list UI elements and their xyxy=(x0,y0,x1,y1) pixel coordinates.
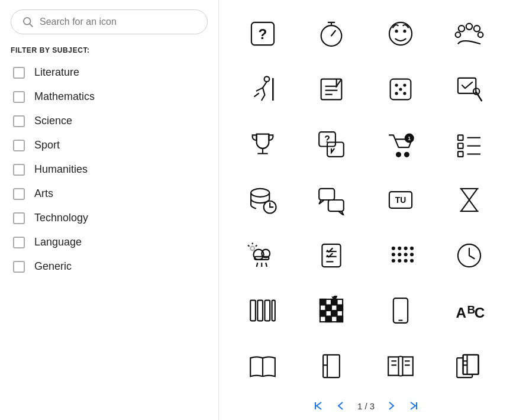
icon-weather-cloud[interactable] xyxy=(228,235,297,276)
icon-abc-text[interactable]: A B C xyxy=(435,290,504,331)
pagination-first[interactable] xyxy=(309,399,328,413)
svg-text:?: ? xyxy=(259,26,267,42)
icon-notebook-copy[interactable] xyxy=(435,346,504,386)
svg-rect-85 xyxy=(337,305,343,311)
icon-checklist[interactable] xyxy=(297,235,366,276)
svg-rect-60 xyxy=(322,244,341,267)
icon-chat-question[interactable]: ? xyxy=(297,124,366,164)
svg-text:TU: TU xyxy=(395,195,405,205)
checkbox-science[interactable] xyxy=(13,115,25,127)
checkbox-technology[interactable] xyxy=(13,212,25,224)
svg-point-70 xyxy=(404,253,407,256)
svg-point-6 xyxy=(395,30,398,33)
svg-rect-87 xyxy=(331,311,337,316)
label-generic[interactable]: Generic xyxy=(34,260,72,273)
svg-point-8 xyxy=(459,25,464,31)
icon-chat-bubbles[interactable] xyxy=(297,180,366,220)
icon-timer[interactable] xyxy=(297,14,366,54)
filter-item-humanities[interactable]: Humanities xyxy=(11,157,208,182)
icon-interactive-board[interactable] xyxy=(435,69,504,109)
svg-point-0 xyxy=(24,18,31,25)
icon-chess-board[interactable] xyxy=(297,290,366,331)
checkbox-generic[interactable] xyxy=(13,261,25,273)
filter-item-language[interactable]: Language xyxy=(11,230,208,254)
svg-point-10 xyxy=(474,25,480,31)
icon-tablet-portrait[interactable] xyxy=(366,290,435,331)
svg-rect-79 xyxy=(265,301,270,321)
filter-item-arts[interactable]: Arts xyxy=(11,182,208,206)
right-panel: ? xyxy=(219,0,513,420)
icon-cart-notification[interactable]: 1 xyxy=(366,124,435,164)
icon-trophy[interactable] xyxy=(228,124,297,164)
icon-sticky-note[interactable] xyxy=(297,69,366,109)
svg-point-72 xyxy=(391,259,395,262)
icon-open-book-pages[interactable] xyxy=(366,346,435,386)
checkbox-arts[interactable] xyxy=(13,188,25,200)
label-literature[interactable]: Literature xyxy=(34,66,79,79)
label-arts[interactable]: Arts xyxy=(34,188,53,200)
svg-rect-45 xyxy=(328,200,344,211)
icon-hourglass[interactable] xyxy=(435,180,504,220)
svg-line-55 xyxy=(266,263,267,267)
pagination-prev[interactable] xyxy=(331,399,350,413)
filter-item-mathematics[interactable]: Mathematics xyxy=(11,85,208,109)
svg-point-5 xyxy=(389,22,412,45)
icon-text-field[interactable]: TU xyxy=(366,180,435,220)
svg-point-64 xyxy=(391,247,395,250)
filter-label: FILTER BY SUBJECT: xyxy=(11,46,208,54)
icon-columns[interactable] xyxy=(228,290,297,331)
filter-list: Literature Mathematics Science Sport Hum… xyxy=(11,60,208,279)
svg-point-68 xyxy=(391,253,395,256)
search-bar xyxy=(11,9,208,34)
checkbox-sport[interactable] xyxy=(13,140,25,151)
icon-person-face[interactable] xyxy=(366,14,435,54)
svg-point-20 xyxy=(395,83,398,86)
checkbox-humanities[interactable] xyxy=(13,164,25,176)
label-sport[interactable]: Sport xyxy=(34,139,60,151)
svg-point-74 xyxy=(404,259,407,262)
search-icon xyxy=(22,16,34,28)
icon-group-meeting[interactable] xyxy=(435,14,504,54)
svg-rect-88 xyxy=(326,316,332,322)
svg-point-22 xyxy=(395,92,398,95)
icon-book-closed[interactable] xyxy=(297,346,366,386)
filter-item-literature[interactable]: Literature xyxy=(11,60,208,85)
svg-rect-44 xyxy=(320,189,335,200)
checkbox-literature[interactable] xyxy=(13,67,25,79)
icon-database-clock[interactable] xyxy=(228,180,297,220)
icon-dots-grid[interactable] xyxy=(366,235,435,276)
label-technology[interactable]: Technology xyxy=(34,212,88,224)
svg-text:1: 1 xyxy=(408,135,411,141)
svg-point-24 xyxy=(399,88,402,91)
pagination-last[interactable] xyxy=(404,399,423,413)
svg-point-13 xyxy=(264,76,270,82)
filter-item-science[interactable]: Science xyxy=(11,109,208,133)
filter-item-generic[interactable]: Generic xyxy=(11,254,208,279)
icon-clock-circle[interactable] xyxy=(435,235,504,276)
svg-point-33 xyxy=(405,153,409,157)
svg-point-12 xyxy=(455,32,460,37)
icon-running-person[interactable] xyxy=(228,69,297,109)
checkbox-mathematics[interactable] xyxy=(13,91,25,103)
svg-line-58 xyxy=(248,245,250,246)
checkbox-language[interactable] xyxy=(13,237,25,248)
filter-item-sport[interactable]: Sport xyxy=(11,133,208,157)
search-input[interactable] xyxy=(40,17,196,27)
icon-list-items[interactable] xyxy=(435,124,504,164)
svg-point-32 xyxy=(396,153,401,157)
label-humanities[interactable]: Humanities xyxy=(34,163,88,176)
filter-item-technology[interactable]: Technology xyxy=(11,206,208,230)
icon-open-book[interactable] xyxy=(228,346,297,386)
svg-point-65 xyxy=(398,247,401,250)
svg-point-23 xyxy=(403,92,406,95)
label-mathematics[interactable]: Mathematics xyxy=(34,91,95,103)
label-language[interactable]: Language xyxy=(34,236,82,248)
label-science[interactable]: Science xyxy=(34,115,72,127)
pagination-next[interactable] xyxy=(382,399,401,413)
icon-dice[interactable] xyxy=(366,69,435,109)
svg-point-42 xyxy=(251,189,269,197)
svg-rect-15 xyxy=(321,79,342,99)
icon-grid: ? xyxy=(228,6,504,394)
page-info: 1 / 3 xyxy=(354,401,378,411)
icon-question-box[interactable]: ? xyxy=(228,14,297,54)
